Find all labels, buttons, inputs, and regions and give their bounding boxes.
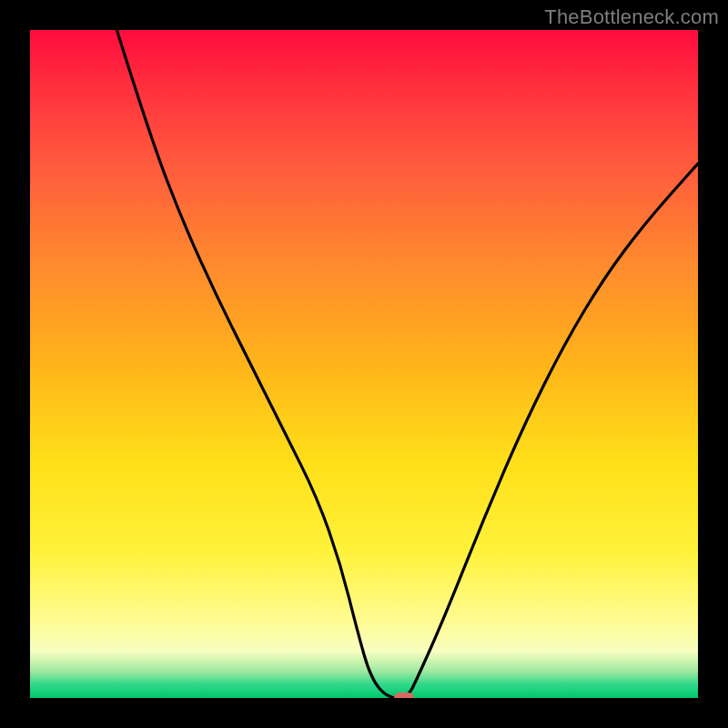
plot-area [30,30,698,698]
chart-frame: TheBottleneck.com [0,0,728,728]
bottleneck-curve [30,30,698,698]
watermark-text: TheBottleneck.com [544,5,719,29]
optimal-point-marker [394,693,414,698]
